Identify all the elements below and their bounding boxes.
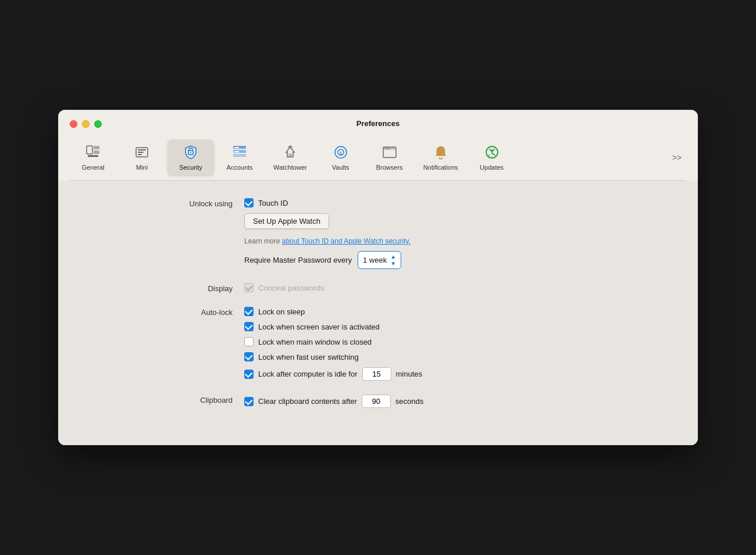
tab-browsers[interactable]: Browsers <box>366 139 413 176</box>
tab-mini[interactable]: Mini <box>119 139 165 176</box>
svg-rect-2 <box>94 146 99 149</box>
svg-rect-5 <box>138 149 146 151</box>
display-label: Display <box>81 283 244 293</box>
lock-main-window-label: Lock when main window is closed <box>258 338 372 346</box>
general-icon <box>84 143 102 162</box>
svg-rect-11 <box>234 147 239 148</box>
touch-id-label: Touch ID <box>258 199 288 207</box>
minimize-button[interactable] <box>82 120 90 128</box>
autolock-label: Auto-lock <box>81 307 244 317</box>
svg-rect-3 <box>94 151 99 154</box>
lock-screensaver-checkbox[interactable] <box>244 322 254 331</box>
preferences-window: Preferences General <box>58 110 698 445</box>
setup-apple-watch-button[interactable]: Set Up Apple Watch <box>244 213 329 229</box>
touch-id-checkbox[interactable] <box>244 198 254 207</box>
svg-rect-13 <box>234 151 239 152</box>
lock-fast-user-checkbox[interactable] <box>244 352 254 361</box>
lock-main-window-row: Lock when main window is closed <box>244 337 675 346</box>
clipboard-section: Clipboard Clear clipboard contents after… <box>81 395 675 408</box>
master-password-select[interactable]: 1 week ▲ ▼ <box>358 251 401 269</box>
learn-more-text: Learn more about Touch ID and Apple Watc… <box>244 237 675 245</box>
master-password-label: Require Master Password every <box>244 256 352 264</box>
autolock-content: Lock on sleep Lock when screen saver is … <box>244 307 675 381</box>
tab-browsers-label: Browsers <box>376 164 403 171</box>
clipboard-content: Clear clipboard contents after seconds <box>244 395 675 408</box>
tab-general[interactable]: General <box>70 139 116 176</box>
clipboard-label: Clipboard <box>81 395 244 404</box>
unlock-content: Touch ID Set Up Apple Watch Learn more a… <box>244 198 675 269</box>
tab-accounts-label: Accounts <box>226 164 252 171</box>
accounts-icon <box>230 143 249 162</box>
mini-icon <box>133 143 151 162</box>
tab-mini-label: Mini <box>136 164 148 171</box>
lock-idle-input[interactable] <box>362 367 391 381</box>
clipboard-prefix: Clear clipboard contents after <box>258 397 357 406</box>
svg-rect-6 <box>138 152 144 153</box>
svg-rect-15 <box>288 153 292 157</box>
display-section: Display Conceal passwords <box>81 283 675 293</box>
close-button[interactable] <box>70 120 77 128</box>
overflow-button[interactable]: >> <box>668 151 686 164</box>
tab-notifications[interactable]: Notifications <box>415 139 466 176</box>
tab-security-label: Security <box>179 164 202 171</box>
content-area: Unlock using Touch ID Set Up Apple Watch… <box>58 181 698 445</box>
updates-icon <box>483 143 501 162</box>
svg-rect-7 <box>138 154 142 155</box>
lock-idle-row: Lock after computer is idle for minutes <box>244 367 675 381</box>
unlock-section: Unlock using Touch ID Set Up Apple Watch… <box>81 198 675 269</box>
lock-fast-user-label: Lock when fast user switching <box>258 353 359 361</box>
learn-more-link[interactable]: about Touch ID and Apple Watch security. <box>282 237 411 245</box>
lock-screensaver-row: Lock when screen saver is activated <box>244 322 675 331</box>
tab-security[interactable]: Security <box>167 139 214 176</box>
svg-rect-14 <box>233 154 246 157</box>
master-password-row: Require Master Password every 1 week ▲ ▼ <box>244 251 675 269</box>
window-title: Preferences <box>356 119 400 128</box>
svg-rect-0 <box>87 146 92 154</box>
master-password-value: 1 week <box>363 256 387 264</box>
clipboard-input[interactable] <box>362 395 391 408</box>
svg-point-22 <box>387 148 388 149</box>
window-controls <box>70 120 102 128</box>
svg-point-9 <box>190 152 191 153</box>
lock-idle-checkbox[interactable] <box>244 370 254 379</box>
tab-vaults[interactable]: 1 Vaults <box>318 139 364 176</box>
tab-updates-label: Updates <box>480 164 504 171</box>
watchtower-icon <box>281 143 299 162</box>
tab-accounts[interactable]: Accounts <box>216 139 263 176</box>
lock-screensaver-label: Lock when screen saver is activated <box>258 323 380 331</box>
lock-fast-user-row: Lock when fast user switching <box>244 352 675 361</box>
lock-idle-suffix: minutes <box>396 370 423 378</box>
display-content: Conceal passwords <box>244 283 675 292</box>
notifications-icon <box>432 143 450 162</box>
unlock-label: Unlock using <box>81 198 244 208</box>
autolock-section: Auto-lock Lock on sleep Lock when screen… <box>81 307 675 381</box>
browsers-icon <box>380 143 399 162</box>
titlebar: Preferences General <box>58 110 698 181</box>
clipboard-row: Clear clipboard contents after seconds <box>244 395 675 408</box>
toolbar: General Mini <box>70 135 686 181</box>
lock-on-sleep-label: Lock on sleep <box>258 307 305 316</box>
touch-id-row: Touch ID <box>244 198 675 207</box>
select-arrows-icon: ▲ ▼ <box>390 253 396 267</box>
tab-notifications-label: Notifications <box>423 164 458 171</box>
svg-point-23 <box>388 148 390 149</box>
conceal-passwords-checkbox[interactable] <box>244 283 254 292</box>
tab-general-label: General <box>81 164 104 171</box>
tab-watchtower-label: Watchtower <box>273 164 307 171</box>
svg-text:1: 1 <box>339 151 342 156</box>
svg-point-21 <box>385 148 386 149</box>
vaults-icon: 1 <box>331 143 350 162</box>
lock-idle-prefix: Lock after computer is idle for <box>258 370 358 378</box>
maximize-button[interactable] <box>94 120 102 128</box>
security-icon <box>181 143 200 162</box>
clipboard-checkbox[interactable] <box>244 397 254 406</box>
lock-on-sleep-row: Lock on sleep <box>244 307 675 316</box>
lock-main-window-checkbox[interactable] <box>244 337 254 346</box>
conceal-passwords-row: Conceal passwords <box>244 283 675 292</box>
tab-vaults-label: Vaults <box>332 164 350 171</box>
conceal-passwords-label: Conceal passwords <box>258 284 324 292</box>
lock-on-sleep-checkbox[interactable] <box>244 307 254 316</box>
clipboard-suffix: seconds <box>395 397 423 406</box>
tab-watchtower[interactable]: Watchtower <box>265 139 315 176</box>
tab-updates[interactable]: Updates <box>469 139 515 176</box>
